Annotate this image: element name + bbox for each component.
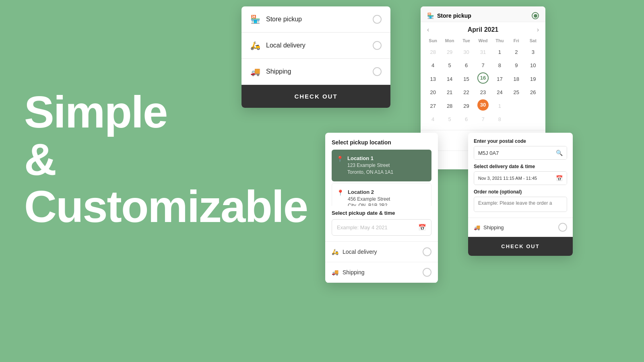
pin-icon-2: 📍: [337, 189, 344, 196]
shipping-radio[interactable]: [373, 67, 382, 76]
cal-day[interactable]: 21: [441, 86, 458, 99]
delivery-date-cal-icon[interactable]: 📅: [552, 172, 567, 185]
shipping-opt-loc[interactable]: 🚚 Shipping: [325, 262, 438, 283]
cal-day[interactable]: 6: [458, 113, 475, 126]
cal-day[interactable]: 7: [475, 113, 491, 126]
local-delivery-radio-loc[interactable]: [423, 247, 431, 256]
location-card: Select pickup location 📍 Location 1 123 …: [325, 133, 438, 283]
shipping-lbl-loc: Shipping: [343, 269, 365, 276]
cal-day[interactable]: 27: [425, 99, 441, 113]
cal-store-radio[interactable]: [532, 12, 539, 19]
calendar-month-nav: ‹ April 2021 ›: [421, 22, 545, 35]
postal-label: Enter your postal code: [474, 138, 567, 144]
cal-day[interactable]: [525, 99, 541, 113]
location-name-2: Location 2: [348, 189, 390, 195]
cal-day[interactable]: 8: [491, 59, 508, 72]
local-delivery-opt[interactable]: 🛵 Local delivery: [325, 242, 438, 262]
hero-line1: Simple: [24, 88, 258, 136]
cal-day[interactable]: 5: [441, 113, 458, 126]
cal-day[interactable]: 28: [425, 45, 441, 59]
location-list: 📍 Location 1 123 Example Street Toronto,…: [332, 150, 431, 206]
postal-input[interactable]: [474, 147, 552, 159]
pickup-date-label: Select pickup date & time: [332, 210, 431, 216]
cal-day[interactable]: [508, 99, 524, 113]
cal-day[interactable]: 2: [508, 45, 524, 59]
store-pickup-option[interactable]: 🏪 Store pickup: [242, 6, 390, 33]
cal-day[interactable]: 17: [491, 72, 508, 86]
cal-day[interactable]: 13: [425, 72, 441, 86]
cal-day[interactable]: 6: [458, 59, 475, 72]
cal-day-selected[interactable]: 30: [477, 99, 489, 111]
cal-days-of-week: Sun Mon Tue Wed Thu Fri Sat: [425, 37, 541, 45]
local-delivery-icon: 🛵: [250, 41, 260, 50]
cal-day[interactable]: 1: [491, 45, 508, 59]
cal-day[interactable]: 18: [508, 72, 524, 86]
location-options-below: 🛵 Local delivery 🚚 Shipping: [325, 241, 438, 283]
hero-line2: &: [24, 136, 258, 183]
shipping-radio-loc[interactable]: [423, 268, 431, 277]
cal-prev-arrow[interactable]: ‹: [427, 26, 429, 33]
location-addr-2: 456 Example Street: [348, 196, 390, 203]
postal-field-group: Enter your postal code 🔍: [474, 138, 567, 160]
order-note-input[interactable]: [474, 197, 567, 212]
cal-day[interactable]: [508, 113, 524, 126]
checkout-button-delivery[interactable]: CHECK OUT: [468, 237, 573, 256]
cal-week-4: 20 21 22 23 24 25 26: [425, 86, 541, 99]
cal-day[interactable]: 5: [441, 59, 458, 72]
cal-day[interactable]: 28: [441, 99, 458, 113]
location-title: Select pickup location: [332, 139, 431, 146]
cal-day[interactable]: 1: [491, 99, 508, 113]
postal-search-icon[interactable]: 🔍: [552, 146, 567, 159]
cal-day[interactable]: 26: [525, 86, 541, 99]
cal-day[interactable]: 10: [525, 59, 541, 72]
cal-day[interactable]: 22: [458, 86, 475, 99]
pickup-date-input[interactable]: Example: May 4 2021 📅: [332, 219, 431, 236]
delivery-date-row: 📅: [474, 171, 567, 185]
shipping-radio-del[interactable]: [558, 223, 567, 232]
delivery-date-input[interactable]: [474, 173, 552, 184]
calendar-grid: Sun Mon Tue Wed Thu Fri Sat 28 29 30 31 …: [421, 35, 545, 130]
cal-day[interactable]: 14: [441, 72, 458, 86]
delivery-inner: Enter your postal code 🔍 Select delivery…: [468, 133, 573, 214]
cal-next-arrow[interactable]: ›: [537, 26, 539, 33]
cal-day[interactable]: 29: [441, 45, 458, 59]
hero-text: Simple & Customizable: [24, 88, 258, 230]
checkout-button-main[interactable]: CHECK OUT: [242, 85, 390, 108]
local-delivery-label: Local delivery: [266, 42, 305, 49]
cal-day[interactable]: 9: [508, 59, 524, 72]
pin-icon-1: 📍: [336, 156, 343, 162]
pickup-date-placeholder: Example: May 4 2021: [337, 224, 388, 230]
shipping-label: Shipping: [266, 68, 291, 75]
calendar-icon-pickup[interactable]: 📅: [418, 224, 426, 231]
cal-day[interactable]: 7: [475, 59, 491, 72]
shipping-opt-delivery[interactable]: 🚚 Shipping: [468, 218, 573, 237]
location-name-1: Location 1: [347, 155, 393, 161]
store-pickup-radio[interactable]: [373, 15, 382, 24]
cal-day[interactable]: 31: [475, 45, 491, 59]
location-item-1[interactable]: 📍 Location 1 123 Example Street Toronto,…: [332, 150, 431, 181]
local-delivery-icon-loc: 🛵: [332, 249, 339, 255]
store-pickup-icon: 🏪: [250, 14, 260, 24]
cal-day[interactable]: 29: [458, 99, 475, 113]
cal-week-2: 4 5 6 7 8 9 10: [425, 59, 541, 72]
cal-day[interactable]: 19: [525, 72, 541, 86]
delivery-options: 🚚 Shipping: [468, 218, 573, 237]
shipping-option[interactable]: 🚚 Shipping: [242, 59, 390, 85]
local-delivery-radio[interactable]: [373, 41, 382, 50]
order-note-label: Order note (optional): [474, 189, 567, 195]
cal-day-today[interactable]: 16: [477, 72, 489, 84]
cal-day[interactable]: 23: [475, 86, 491, 99]
cal-day[interactable]: 3: [525, 45, 541, 59]
cal-day[interactable]: [525, 113, 541, 126]
cal-day[interactable]: 4: [425, 113, 441, 126]
cal-day[interactable]: 4: [425, 59, 441, 72]
cal-day[interactable]: 30: [458, 45, 475, 59]
location-city-2: City, ON, B1B 2B2: [348, 202, 390, 206]
cal-day[interactable]: 15: [458, 72, 475, 86]
cal-day[interactable]: 8: [491, 113, 508, 126]
location-item-2[interactable]: 📍 Location 2 456 Example Street City, ON…: [332, 183, 431, 206]
local-delivery-option[interactable]: 🛵 Local delivery: [242, 33, 390, 59]
cal-day[interactable]: 20: [425, 86, 441, 99]
cal-day[interactable]: 24: [491, 86, 508, 99]
cal-day[interactable]: 25: [508, 86, 524, 99]
